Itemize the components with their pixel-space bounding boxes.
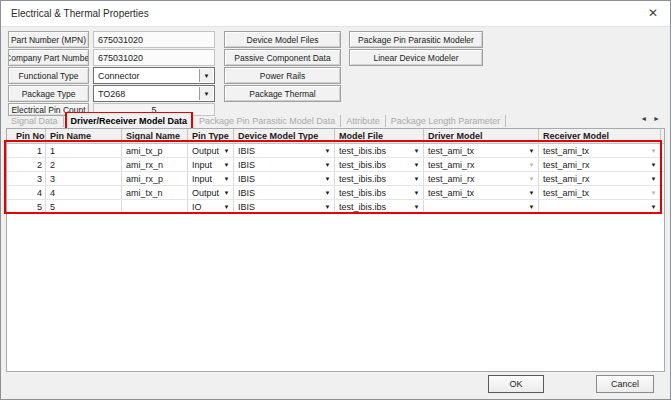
chevron-down-icon[interactable]: ▼ (199, 87, 213, 100)
chevron-down-icon[interactable]: ▼ (647, 176, 660, 182)
driver-model-select[interactable]: ▼ (424, 200, 539, 213)
pin-type-select[interactable]: Input ▼ (188, 158, 234, 171)
model-file-value: test_ibis.ibs (339, 174, 386, 184)
pin-type-select[interactable]: Output ▼ (188, 186, 234, 199)
cancel-button[interactable]: Cancel (596, 375, 654, 393)
cell-pin-name: 5 (46, 200, 122, 213)
tab-scroll-left-icon[interactable]: ◄ (640, 115, 647, 122)
field-value-box[interactable]: TO268 ▼ (93, 85, 215, 102)
tab[interactable]: Signal Data (6, 115, 64, 127)
field-label: Functional Type (8, 67, 89, 84)
chevron-down-icon[interactable]: ▼ (321, 190, 334, 196)
device-model-type-value: IBIS (238, 202, 255, 212)
chevron-down-icon[interactable]: ▼ (220, 204, 233, 210)
chevron-down-icon[interactable]: ▼ (321, 162, 334, 168)
action-button[interactable]: Power Rails (224, 67, 341, 84)
chevron-down-icon[interactable]: ▼ (199, 69, 213, 82)
column-header: Device Model Type (234, 129, 335, 143)
pin-type-select[interactable]: IO ▼ (188, 200, 234, 213)
chevron-down-icon[interactable]: ▼ (410, 162, 423, 168)
chevron-down-icon[interactable]: ▼ (220, 148, 233, 154)
pin-model-table: Pin No Pin Name Signal Name Pin Type Dev… (6, 128, 665, 372)
ok-button[interactable]: OK (488, 375, 544, 393)
chevron-down-icon[interactable]: ▼ (321, 176, 334, 182)
field-value: 675031020 (94, 53, 143, 63)
receiver-model-select[interactable]: test_ami_rx ▼ (539, 158, 661, 171)
driver-model-select[interactable]: test_ami_tx ▼ (424, 186, 539, 199)
column-header: Model File (335, 129, 424, 143)
driver-model-value: test_ami_tx (428, 146, 474, 156)
chevron-down-icon[interactable]: ▼ (410, 190, 423, 196)
pin-type-value: Output (192, 146, 219, 156)
pin-type-value: Output (192, 188, 219, 198)
tab-scroll-controls: ◄ ► (640, 115, 660, 122)
chevron-down-icon[interactable]: ▼ (647, 162, 660, 168)
column-header: Pin Type (188, 129, 234, 143)
tab-scroll-right-icon[interactable]: ► (653, 115, 660, 122)
device-model-type-select[interactable]: IBIS ▼ (234, 200, 335, 213)
action-button[interactable]: Linear Device Modeler (349, 49, 483, 66)
cell-signal-name[interactable]: ami_tx_p (122, 144, 188, 157)
field-value-box[interactable]: 675031020 ▼ (93, 49, 215, 66)
table-row: 4 4 ami_tx_n Output ▼ IBIS ▼ test_ibis.i… (7, 186, 664, 200)
chevron-down-icon[interactable]: ▼ (525, 190, 538, 196)
chevron-down-icon[interactable]: ▼ (321, 204, 334, 210)
chevron-down-icon[interactable]: ▼ (220, 190, 233, 196)
driver-model-select[interactable]: test_ami_tx ▼ (424, 144, 539, 157)
field-value-box[interactable]: 675031020 ▼ (93, 31, 215, 48)
field-label: Company Part Number (8, 49, 89, 66)
chevron-down-icon[interactable]: ▼ (647, 204, 660, 210)
chevron-down-icon[interactable]: ▼ (410, 176, 423, 182)
cell-signal-name[interactable]: ami_tx_n (122, 186, 188, 199)
chevron-down-icon[interactable]: ▼ (321, 148, 334, 154)
cell-pin-no: 1 (7, 144, 46, 157)
chevron-down-icon[interactable]: ▼ (647, 148, 660, 154)
pin-type-select[interactable]: Output ▼ (188, 144, 234, 157)
chevron-down-icon[interactable]: ▼ (525, 148, 538, 154)
close-icon[interactable]: ✕ (645, 5, 661, 21)
driver-model-select[interactable]: test_ami_rx ▼ (424, 172, 539, 185)
field-value-box[interactable]: Connector ▼ (93, 67, 215, 84)
action-button[interactable]: Device Model Files (224, 31, 341, 48)
model-file-select[interactable]: test_ibis.ibs ▼ (335, 200, 424, 213)
receiver-model-select[interactable]: ▼ (539, 200, 661, 213)
cell-signal-name[interactable]: ami_rx_n (122, 158, 188, 171)
cell-signal-name[interactable] (122, 200, 188, 213)
model-file-select[interactable]: test_ibis.ibs ▼ (335, 144, 424, 157)
model-file-select[interactable]: test_ibis.ibs ▼ (335, 186, 424, 199)
receiver-model-select[interactable]: test_ami_tx ▼ (539, 186, 661, 199)
chevron-down-icon[interactable]: ▼ (220, 162, 233, 168)
receiver-model-select[interactable]: test_ami_rx ▼ (539, 172, 661, 185)
driver-model-value: test_ami_rx (428, 160, 475, 170)
action-button[interactable]: Package Pin Parasitic Modeler (349, 31, 483, 48)
cell-pin-name: 3 (46, 172, 122, 185)
chevron-down-icon[interactable]: ▼ (525, 162, 538, 168)
tab[interactable]: Package Pin Parasitic Model Data (194, 115, 341, 127)
chevron-down-icon[interactable]: ▼ (220, 176, 233, 182)
tab[interactable]: Package Length Parameter (386, 115, 507, 127)
cell-pin-name: 2 (46, 158, 122, 171)
pin-type-select[interactable]: Input ▼ (188, 172, 234, 185)
device-model-type-select[interactable]: IBIS ▼ (234, 144, 335, 157)
cell-pin-no: 4 (7, 186, 46, 199)
field-value: Connector (94, 71, 140, 81)
form-row: Company Part Number 675031020 ▼ (8, 49, 216, 66)
action-button[interactable]: Passive Component Data (224, 49, 341, 66)
device-model-type-select[interactable]: IBIS ▼ (234, 186, 335, 199)
cell-signal-name[interactable]: ami_rx_p (122, 172, 188, 185)
model-file-select[interactable]: test_ibis.ibs ▼ (335, 158, 424, 171)
chevron-down-icon[interactable]: ▼ (647, 190, 660, 196)
action-button[interactable]: Package Thermal (224, 85, 341, 102)
receiver-model-select[interactable]: test_ami_tx ▼ (539, 144, 661, 157)
driver-model-select[interactable]: test_ami_rx ▼ (424, 158, 539, 171)
chevron-down-icon[interactable]: ▼ (525, 204, 538, 210)
table-body: 1 1 ami_tx_p Output ▼ IBIS ▼ test_ibis.i… (7, 144, 664, 214)
device-model-type-select[interactable]: IBIS ▼ (234, 158, 335, 171)
tab[interactable]: Driver/Receiver Model Data (65, 112, 194, 129)
chevron-down-icon[interactable]: ▼ (410, 148, 423, 154)
tab[interactable]: Attribute (341, 115, 386, 127)
model-file-select[interactable]: test_ibis.ibs ▼ (335, 172, 424, 185)
chevron-down-icon[interactable]: ▼ (525, 176, 538, 182)
device-model-type-select[interactable]: IBIS ▼ (234, 172, 335, 185)
chevron-down-icon[interactable]: ▼ (410, 204, 423, 210)
